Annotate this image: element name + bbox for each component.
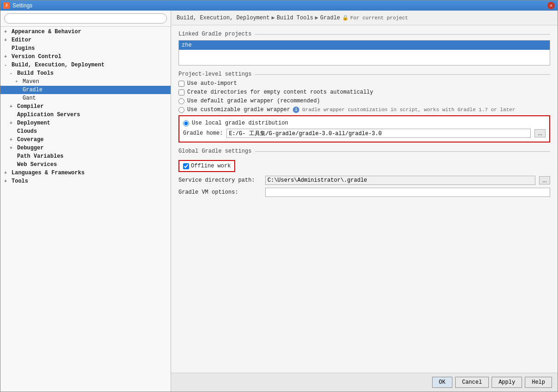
sidebar-item-label: Version Control (12, 53, 61, 60)
sidebar-item-web-services[interactable]: Web Services (0, 160, 171, 169)
expander-icon (10, 129, 15, 134)
apply-button[interactable]: Apply (492, 377, 522, 388)
customizable-wrapper-info: Gradle wrapper customization in script, … (302, 107, 515, 113)
sidebar-item-label: Build Tools (17, 70, 53, 77)
sidebar-item-build-exec-deploy[interactable]: - Build, Execution, Deployment (0, 61, 171, 69)
app-icon: J (3, 2, 10, 9)
sidebar-item-label: Application Servers (17, 112, 80, 118)
settings-tree: + Appearance & Behavior + Editor Plugins… (0, 27, 171, 392)
titlebar: J Settings ✕ (0, 0, 558, 11)
expander-icon: + (10, 146, 15, 151)
default-wrapper-label: Use default gradle wrapper (recommended) (187, 98, 320, 104)
sidebar-item-build-tools[interactable]: - Build Tools (0, 69, 171, 77)
expander-icon: + (10, 121, 15, 126)
sidebar-item-tools[interactable]: + Tools (0, 177, 171, 185)
project-settings: Use auto-import Create directories for e… (178, 80, 550, 143)
gradle-home-browse-button[interactable]: ... (534, 129, 546, 137)
default-wrapper-row: Use default gradle wrapper (recommended) (178, 98, 550, 104)
service-dir-input[interactable] (265, 176, 535, 185)
gradle-home-input[interactable] (226, 129, 531, 138)
expander-icon (10, 154, 15, 159)
expander-icon (15, 88, 21, 93)
sidebar-item-compiler[interactable]: + Compiler (0, 102, 171, 111)
breadcrumb-arrow1: ▶ (272, 14, 275, 21)
sidebar-item-maven[interactable]: + Maven (0, 77, 171, 86)
local-distribution-section: Use local gradle distribution Gradle hom… (178, 115, 550, 143)
expander-icon (15, 96, 21, 101)
vm-options-input[interactable] (265, 188, 550, 197)
settings-window: J Settings ✕ + Appearance & Behavior + E… (0, 0, 558, 392)
sidebar-item-plugins[interactable]: Plugins (0, 44, 171, 53)
sidebar-item-app-servers[interactable]: Application Servers (0, 111, 171, 119)
expander-icon: + (4, 179, 10, 184)
window-title: Settings (12, 2, 32, 9)
sidebar-item-label: Tools (12, 178, 28, 184)
sidebar-item-gant[interactable]: Gant (0, 94, 171, 102)
help-button[interactable]: Help (525, 377, 552, 388)
local-distribution-row: Use local gradle distribution (183, 120, 546, 126)
breadcrumb-project-info: 🔒 For current project (342, 15, 408, 21)
breadcrumb-part1: Build, Execution, Deployment (177, 15, 270, 21)
sidebar-item-label: Path Variables (17, 153, 64, 160)
sidebar-item-label: Web Services (17, 161, 57, 168)
sidebar-item-label: Clouds (17, 128, 37, 135)
offline-work-box: Offline work (178, 160, 235, 172)
expander-icon: + (4, 171, 10, 176)
search-bar (0, 11, 171, 27)
expander-icon (10, 162, 15, 167)
default-wrapper-radio[interactable] (178, 98, 184, 104)
create-dirs-checkbox[interactable] (178, 89, 184, 95)
linked-projects-list: zhe (178, 40, 550, 65)
sidebar-item-label: Debugger (17, 145, 44, 151)
sidebar-item-clouds[interactable]: Clouds (0, 127, 171, 136)
breadcrumb-part2: Build Tools (277, 15, 313, 21)
sidebar-item-coverage[interactable]: + Coverage (0, 136, 171, 144)
sidebar-item-appearance[interactable]: + Appearance & Behavior (0, 28, 171, 36)
close-button[interactable]: ✕ (547, 2, 555, 9)
sidebar-item-gradle[interactable]: Gradle (0, 86, 171, 94)
sidebar-item-deployment[interactable]: + Deployment (0, 119, 171, 127)
info-icon[interactable]: i (293, 107, 299, 113)
sidebar-item-debugger[interactable]: + Debugger (0, 144, 171, 152)
vm-options-row: Gradle VM options: (178, 188, 550, 197)
auto-import-label: Use auto-import (187, 80, 237, 87)
auto-import-row: Use auto-import (178, 80, 550, 87)
breadcrumb-arrow2: ▶ (315, 14, 318, 21)
expander-icon: - (10, 71, 15, 76)
expander-icon: + (4, 54, 10, 59)
linked-projects-section-label: Linked Gradle projects (178, 31, 550, 37)
sidebar-item-label: Deployment (17, 120, 50, 126)
expander-icon (4, 46, 10, 51)
expander-icon: + (15, 79, 21, 84)
service-dir-browse-button[interactable]: ... (539, 176, 550, 184)
service-dir-label: Service directory path: (178, 177, 261, 184)
expander-icon: + (10, 104, 15, 109)
gradle-home-label: Gradle home: (183, 130, 223, 137)
local-distribution-radio[interactable] (183, 120, 189, 126)
sidebar-item-label: Build, Execution, Deployment (12, 62, 105, 68)
sidebar-item-version-control[interactable]: + Version Control (0, 53, 171, 61)
linked-project-item[interactable]: zhe (179, 41, 550, 50)
ok-button[interactable]: OK (432, 377, 452, 388)
service-dir-row: Service directory path: ... (178, 176, 550, 185)
search-input[interactable] (4, 13, 167, 24)
main-content: + Appearance & Behavior + Editor Plugins… (0, 11, 558, 392)
offline-work-checkbox[interactable] (183, 163, 189, 169)
customizable-wrapper-radio[interactable] (178, 107, 184, 113)
breadcrumb: Build, Execution, Deployment ▶ Build Too… (171, 11, 558, 25)
sidebar-item-editor[interactable]: + Editor (0, 36, 171, 44)
sidebar-item-path-variables[interactable]: Path Variables (0, 152, 171, 160)
sidebar-item-label: Languages & Frameworks (12, 170, 84, 176)
sidebar-item-label: Editor (12, 37, 31, 43)
breadcrumb-part3: Gradle (320, 15, 340, 21)
expander-icon: - (4, 63, 10, 68)
sidebar-item-label: Gant (23, 95, 36, 101)
sidebar-item-languages-frameworks[interactable]: + Languages & Frameworks (0, 169, 171, 177)
auto-import-checkbox[interactable] (178, 81, 184, 87)
sidebar-item-label: Coverage (17, 137, 44, 143)
cancel-button[interactable]: Cancel (455, 377, 489, 388)
global-settings-section: Global Gradle settings Offline work Serv… (178, 148, 550, 197)
expander-icon: + (4, 38, 10, 43)
expander-icon (10, 113, 15, 118)
gradle-home-row: Gradle home: ... (183, 129, 546, 138)
